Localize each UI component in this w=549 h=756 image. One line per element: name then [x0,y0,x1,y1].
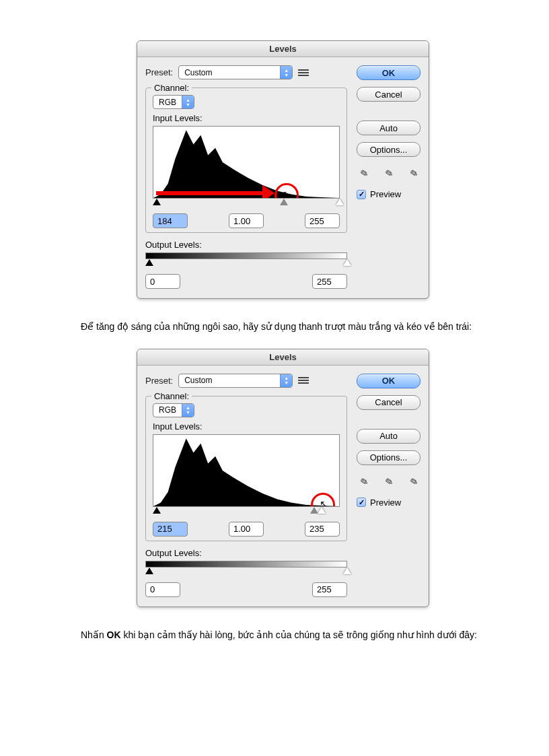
histogram: ↖ [153,434,340,507]
options-button[interactable]: Options... [357,142,420,157]
ok-button[interactable]: OK [357,374,420,388]
paragraph-2: Nhấn OK khi bạn cảm thấy hài lòng, bức ả… [81,627,485,644]
eyedropper-white-icon[interactable]: ✎ [407,475,419,489]
channel-label: Channel: [151,83,192,93]
output-white-field[interactable]: 255 [312,274,347,289]
input-levels-label: Input Levels: [153,113,340,123]
output-gradient [145,252,347,259]
preview-label: Preview [370,189,401,199]
dialog-title: Levels [137,349,429,366]
black-point-slider[interactable] [153,507,161,514]
preview-label: Preview [370,497,401,508]
input-black-field[interactable]: 215 [153,522,188,537]
white-point-slider[interactable] [336,199,344,205]
output-gradient [145,561,347,568]
preset-menu-icon[interactable] [298,376,309,385]
preset-menu-icon[interactable] [298,68,309,77]
output-black-field[interactable]: 0 [145,582,180,597]
output-slider-track[interactable] [145,569,347,578]
input-slider-track[interactable] [153,508,340,518]
preset-label: Preset: [145,67,173,77]
input-gamma-field[interactable]: 1.00 [229,522,264,537]
eyedropper-white-icon[interactable]: ✎ [407,166,419,180]
cancel-button[interactable]: Cancel [357,87,420,102]
preset-value: Custom [179,68,280,77]
preview-checkbox[interactable]: ✓ [357,190,366,199]
dropdown-arrows-icon: ▲▼ [280,66,292,79]
ok-button[interactable]: OK [357,65,420,80]
output-levels-label: Output Levels: [145,240,347,250]
channel-value: RGB [153,98,182,107]
gamma-slider[interactable] [280,199,288,205]
paragraph-1: Để tăng độ sáng của những ngôi sao, hãy … [81,319,485,335]
dropdown-arrows-icon: ▲▼ [182,96,194,108]
preset-dropdown[interactable]: Custom ▲▼ [178,374,293,388]
auto-button[interactable]: Auto [357,121,420,135]
channel-value: RGB [153,405,182,415]
channel-dropdown[interactable]: RGB ▲▼ [153,95,194,109]
output-black-slider[interactable] [145,568,153,574]
preview-checkbox[interactable]: ✓ [357,497,366,507]
red-arrow-annotation [156,191,264,195]
eyedropper-black-icon[interactable]: ✎ [357,475,369,489]
preset-dropdown[interactable]: Custom ▲▼ [178,65,293,79]
output-white-slider[interactable] [343,568,351,574]
input-black-field[interactable]: 184 [153,213,188,228]
eyedropper-gray-icon[interactable]: ✎ [382,166,394,180]
channel-dropdown[interactable]: RGB ▲▼ [153,403,194,417]
preset-value: Custom [179,376,280,385]
input-white-field[interactable]: 235 [305,522,340,537]
output-black-field[interactable]: 0 [145,274,180,289]
preset-label: Preset: [145,376,173,386]
levels-dialog: Levels Preset: Custom ▲▼ Channel: [137,40,429,299]
cancel-button[interactable]: Cancel [357,395,420,410]
output-black-slider[interactable] [145,259,153,266]
options-button[interactable]: Options... [357,450,420,465]
output-white-slider[interactable] [343,259,351,266]
histogram: ↖ [153,126,340,199]
dropdown-arrows-icon: ▲▼ [280,374,292,387]
output-white-field[interactable]: 255 [312,582,347,597]
dropdown-arrows-icon: ▲▼ [182,404,194,417]
cursor-icon: ↖ [282,188,291,199]
auto-button[interactable]: Auto [357,429,420,444]
input-white-field[interactable]: 255 [305,213,340,228]
cursor-icon: ↖ [320,498,328,507]
input-slider-track[interactable] [153,200,340,209]
levels-dialog: Levels Preset: Custom ▲▼ Channel: [137,349,429,607]
eyedropper-black-icon[interactable]: ✎ [357,166,369,180]
eyedropper-gray-icon[interactable]: ✎ [382,475,394,489]
white-point-slider[interactable] [318,507,326,514]
input-levels-label: Input Levels: [153,421,340,432]
channel-label: Channel: [151,391,192,401]
output-slider-track[interactable] [145,261,347,270]
channel-fieldset: Channel: RGB ▲▼ Input Levels: ↖ [145,396,347,541]
output-levels-label: Output Levels: [145,548,347,558]
input-gamma-field[interactable]: 1.00 [229,213,264,228]
black-point-slider[interactable] [153,199,161,205]
dialog-title: Levels [137,41,429,57]
channel-fieldset: Channel: RGB ▲▼ Input Levels: [145,88,347,233]
